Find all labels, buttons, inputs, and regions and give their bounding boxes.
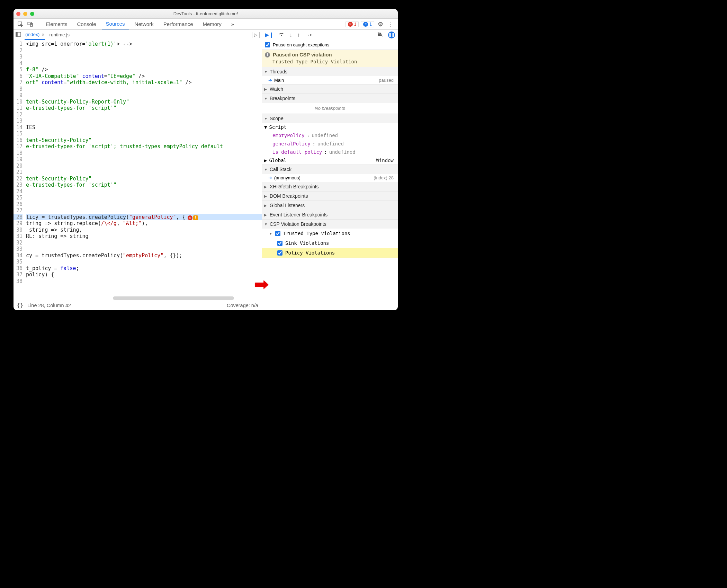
- current-thread-icon: ➔: [268, 78, 272, 83]
- code-line[interactable]: e-trusted-types-for 'script'; trusted-ty…: [26, 143, 262, 150]
- pause-on-caught-checkbox[interactable]: [265, 42, 270, 47]
- inspect-element-icon[interactable]: [16, 20, 25, 28]
- svg-rect-4: [16, 32, 17, 36]
- code-line[interactable]: [26, 188, 262, 195]
- section-header[interactable]: ▶XHR/fetch Breakpoints: [262, 182, 398, 191]
- device-toolbar-icon[interactable]: [26, 20, 34, 28]
- code-line[interactable]: [26, 54, 262, 60]
- titlebar: DevTools - tt-enforced.glitch.me/: [14, 9, 398, 19]
- error-count-badge[interactable]: ✕1: [345, 21, 359, 27]
- step-into-button[interactable]: ↓: [289, 32, 292, 38]
- callstack-header[interactable]: ▼Call Stack: [262, 165, 398, 174]
- section-event-listener-breakpoints: ▶Event Listener Breakpoints: [262, 210, 398, 220]
- code-line[interactable]: [26, 195, 262, 201]
- code-line[interactable]: f-8" />: [26, 66, 262, 73]
- code-line[interactable]: [26, 207, 262, 214]
- pretty-print-button[interactable]: {}: [17, 302, 23, 309]
- code-line[interactable]: <img src=1 onerror='alert(1)'> -->: [26, 41, 262, 47]
- sink-violations-row: Sink Violations: [262, 238, 398, 248]
- section-header[interactable]: ▶DOM Breakpoints: [262, 191, 398, 201]
- sink-violations-label: Sink Violations: [285, 240, 329, 246]
- horizontal-scrollbar[interactable]: [113, 296, 234, 300]
- code-line[interactable]: [26, 163, 262, 169]
- scope-variable[interactable]: emptyPolicy: undefined: [262, 131, 398, 140]
- kebab-menu-icon[interactable]: ⋮: [387, 20, 395, 28]
- pause-exceptions-button[interactable]: ❚❚: [388, 32, 395, 38]
- code-editor[interactable]: 1234567891011121314151617181920212223242…: [14, 40, 262, 300]
- code-line[interactable]: e-trusted-types-for 'script'": [26, 105, 262, 112]
- watch-header[interactable]: ▶Watch: [262, 84, 398, 93]
- code-line[interactable]: IES: [26, 124, 262, 131]
- resume-button[interactable]: ▶❙: [265, 32, 273, 38]
- step-button[interactable]: →•: [305, 32, 312, 38]
- panel-tab-elements[interactable]: Elements: [42, 19, 72, 29]
- breakpoints-header[interactable]: ▼Breakpoints: [262, 94, 398, 103]
- policy-violations-checkbox[interactable]: [277, 250, 282, 256]
- panel-tab-performance[interactable]: Performance: [159, 19, 197, 29]
- code-line[interactable]: [26, 259, 262, 265]
- code-line[interactable]: tent-Security-Policy-Report-Only": [26, 99, 262, 105]
- code-line[interactable]: [26, 112, 262, 118]
- code-line[interactable]: "X-UA-Compatible" content="IE=edge" />: [26, 73, 262, 80]
- message-count-badge[interactable]: ≡1: [361, 21, 374, 27]
- code-line[interactable]: policy) {: [26, 271, 262, 278]
- code-line[interactable]: [26, 86, 262, 92]
- code-line[interactable]: string => string,: [26, 227, 262, 233]
- thread-main-row[interactable]: ➔Mainpaused: [262, 76, 398, 84]
- code-line[interactable]: [26, 246, 262, 252]
- code-line[interactable]: tent-Security-Policy": [26, 137, 262, 144]
- panel-tab-memory[interactable]: Memory: [199, 19, 226, 29]
- scope-variable[interactable]: generalPolicy: undefined: [262, 140, 398, 148]
- error-icon: ✕: [348, 22, 353, 27]
- code-line[interactable]: [26, 156, 262, 163]
- callstack-frame[interactable]: ➔(anonymous)(index):28: [262, 174, 398, 182]
- code-line[interactable]: [26, 118, 262, 124]
- csp-violation-header[interactable]: ▼CSP Violation Breakpoints: [262, 220, 398, 229]
- code-line[interactable]: [26, 169, 262, 176]
- code-line[interactable]: [26, 92, 262, 99]
- sink-violations-checkbox[interactable]: [277, 241, 282, 246]
- coverage-status: Coverage: n/a: [227, 303, 258, 308]
- policy-violations-row: Policy Violations: [262, 248, 398, 258]
- message-icon: ≡: [363, 22, 368, 27]
- more-tabs-button[interactable]: »: [227, 19, 238, 29]
- code-line[interactable]: cy = trustedTypes.createPolicy("emptyPol…: [26, 252, 262, 259]
- code-line[interactable]: ort" content="width=device-width, initia…: [26, 79, 262, 86]
- code-line[interactable]: [26, 201, 262, 208]
- step-over-button[interactable]: [278, 31, 285, 38]
- panel-tab-sources[interactable]: Sources: [102, 19, 129, 29]
- code-line[interactable]: [26, 60, 262, 67]
- code-line[interactable]: t_policy = false;: [26, 265, 262, 272]
- file-tab-index[interactable]: (index)×: [25, 30, 45, 40]
- deactivate-breakpoints-button[interactable]: [377, 31, 383, 38]
- scope-global-row[interactable]: ▶GlobalWindow: [262, 156, 398, 164]
- toggle-navigator-icon[interactable]: [16, 32, 21, 38]
- code-line[interactable]: [26, 278, 262, 285]
- paused-banner-title: Paused on CSP violation: [273, 52, 332, 57]
- panel-tab-console[interactable]: Console: [73, 19, 100, 29]
- run-snippet-button[interactable]: ▷: [252, 32, 260, 38]
- scope-variable[interactable]: is_default_policy: undefined: [262, 148, 398, 156]
- threads-header[interactable]: ▼Threads: [262, 67, 398, 76]
- step-out-button[interactable]: ↑: [297, 32, 300, 38]
- section-header[interactable]: ▶Global Listeners: [262, 201, 398, 210]
- code-line[interactable]: [26, 131, 262, 137]
- trusted-type-violations-checkbox[interactable]: [275, 231, 280, 236]
- code-line[interactable]: tring => string.replace(/\</g, "&lt;"),: [26, 220, 262, 227]
- settings-icon[interactable]: ⚙: [376, 20, 385, 28]
- section-header[interactable]: ▶Event Listener Breakpoints: [262, 210, 398, 219]
- code-line[interactable]: tent-Security-Policy": [26, 176, 262, 182]
- scope-header[interactable]: ▼Scope: [262, 114, 398, 123]
- file-tab-runtime[interactable]: runtime.js: [48, 30, 70, 39]
- scope-section: ▼Scope ▼Script emptyPolicy: undefinedgen…: [262, 114, 398, 165]
- code-area[interactable]: <img src=1 onerror='alert(1)'> --> f-8" …: [25, 40, 262, 300]
- code-line[interactable]: [26, 150, 262, 157]
- panel-tab-network[interactable]: Network: [131, 19, 158, 29]
- code-line[interactable]: [26, 47, 262, 54]
- code-line[interactable]: e-trusted-types-for 'script'": [26, 182, 262, 188]
- scope-script-row[interactable]: ▼Script: [262, 123, 398, 131]
- close-tab-icon[interactable]: ×: [42, 32, 44, 37]
- code-line[interactable]: [26, 240, 262, 246]
- code-line[interactable]: licy = trustedTypes.createPolicy("genera…: [26, 214, 262, 221]
- code-line[interactable]: RL: string => string: [26, 233, 262, 240]
